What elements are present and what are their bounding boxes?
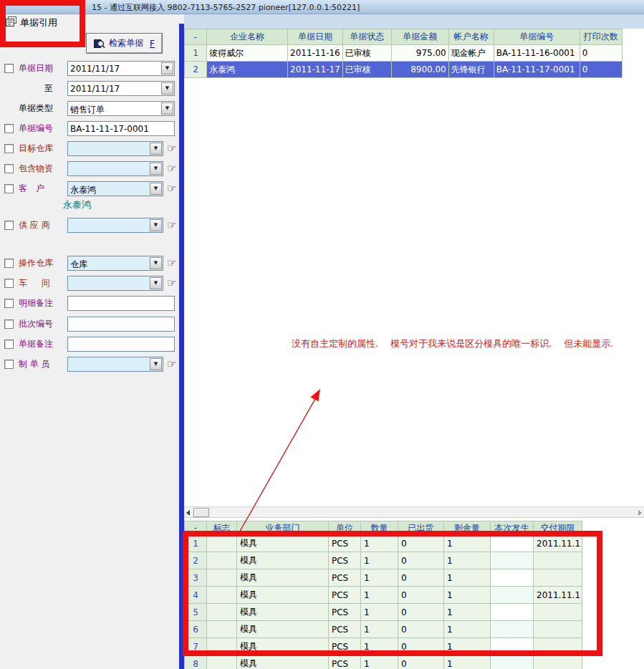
supplier-checkbox[interactable]: [4, 221, 14, 230]
orders-header-row: - 企业名称 单据日期 单据状态 单据金额 帐户名称 单据编号 打印次数: [185, 29, 623, 45]
material-checkbox[interactable]: [4, 164, 14, 173]
customer-checkbox[interactable]: [4, 184, 14, 193]
chevron-down-icon[interactable]: ▼: [150, 257, 162, 269]
chevron-down-icon[interactable]: ▼: [161, 102, 173, 115]
chevron-down-icon[interactable]: ▼: [161, 62, 173, 74]
detail-row[interactable]: 8 模具 PCS 1 0 1: [185, 655, 582, 669]
material-combo[interactable]: ▼: [67, 161, 163, 176]
workshop-checkbox[interactable]: [4, 279, 14, 288]
filter-doc-note: 单据备注: [4, 336, 175, 352]
filter-material: 包含物资 ▼ ☞: [4, 160, 176, 176]
chevron-down-icon[interactable]: ▼: [150, 358, 162, 370]
app-window: 15 - 通过互联网接入 9802-7113-5765-2527 pioneer…: [0, 0, 644, 669]
detail-note-checkbox[interactable]: [4, 299, 14, 308]
scroll-right-icon[interactable]: [638, 510, 642, 516]
browse-hand-icon[interactable]: ☞: [167, 162, 176, 175]
browse-hand-icon[interactable]: ☞: [167, 218, 176, 231]
op-warehouse-combo[interactable]: 仓库 ▼: [67, 256, 163, 271]
doc-date-checkbox[interactable]: [4, 64, 14, 73]
account-cell[interactable]: 先锋银行: [448, 62, 494, 78]
shipped-cell[interactable]: 0: [398, 655, 444, 669]
target-warehouse-checkbox[interactable]: [4, 144, 14, 153]
filter-target-warehouse: 目标仓库 ▼ ☞: [4, 140, 176, 156]
browse-hand-icon[interactable]: ☞: [167, 357, 176, 370]
filter-detail-note: 明细备注: [4, 295, 175, 311]
doc-date-to-combo[interactable]: 2011/11/17 ▼: [67, 81, 175, 96]
chevron-down-icon[interactable]: ▼: [150, 143, 162, 155]
chevron-down-icon[interactable]: ▼: [150, 219, 162, 231]
row-index-cell[interactable]: 1: [185, 45, 207, 62]
annotation-text: 没有自主定制的属性. 模号对于我来说是区分模具的唯一标识. 但未能显示.: [292, 337, 614, 350]
status-cell[interactable]: 已审核: [342, 45, 391, 62]
doc-no-value: BA-11-11-17-0001: [70, 124, 149, 134]
op-warehouse-label: 操作仓库: [19, 257, 67, 269]
doc-date-from-combo[interactable]: 2011/11/17 ▼: [67, 61, 175, 76]
clerk-checkbox[interactable]: [4, 360, 14, 369]
batch-no-checkbox[interactable]: [4, 319, 14, 329]
doc-no-input[interactable]: BA-11-11-17-0001: [67, 121, 175, 136]
chevron-down-icon[interactable]: ▼: [150, 183, 162, 195]
batch-no-label: 批次编号: [19, 318, 67, 330]
batch-no-input[interactable]: [67, 317, 175, 332]
chevron-down-icon[interactable]: ▼: [161, 82, 173, 95]
browse-hand-icon[interactable]: ☞: [167, 276, 176, 289]
qty-cell[interactable]: 1: [361, 655, 398, 669]
remaining-cell[interactable]: 1: [444, 655, 491, 669]
date-cell[interactable]: 2011-11-16: [288, 45, 343, 62]
horizontal-scrollbar[interactable]: [184, 506, 644, 518]
orders-row-selected[interactable]: 2 永泰鸿 2011-11-17 已审核 8900.00 先锋银行 BA-11-…: [185, 62, 623, 78]
browse-hand-icon[interactable]: ☞: [167, 182, 176, 195]
doc-date-label: 单据日期: [19, 62, 67, 74]
orders-row[interactable]: 1 彼得威尔 2011-11-16 已审核 975.00 现金帐户 BA-11-…: [185, 45, 623, 62]
company-cell[interactable]: 永泰鸿: [207, 62, 288, 78]
scrollbar-thumb[interactable]: [193, 508, 209, 517]
magnifier-icon: [94, 39, 105, 49]
orders-header-cell: 单据编号: [494, 29, 580, 45]
flag-cell[interactable]: [207, 655, 237, 669]
doc-note-input[interactable]: [67, 337, 175, 352]
clerk-label: 制 单 员: [19, 358, 67, 370]
workshop-combo[interactable]: ▼: [67, 276, 163, 291]
print-count-cell[interactable]: 0: [580, 62, 622, 78]
window-title-bar[interactable]: 15 - 通过互联网接入 9802-7113-5765-2527 pioneer…: [0, 0, 644, 14]
amount-cell[interactable]: 975.00: [391, 45, 448, 62]
doc-no-cell[interactable]: BA-11-11-16-0001: [494, 45, 580, 62]
workshop-label: 车 间: [19, 277, 67, 289]
chevron-down-icon[interactable]: ▼: [150, 277, 162, 289]
detail-note-input[interactable]: [67, 296, 175, 311]
clerk-combo[interactable]: ▼: [67, 357, 163, 372]
chevron-down-icon[interactable]: ▼: [150, 163, 162, 175]
filter-clerk: 制 单 员 ▼ ☞: [4, 356, 176, 372]
search-documents-button[interactable]: 检索单据 F: [86, 33, 163, 54]
row-index-cell[interactable]: 2: [185, 62, 207, 78]
doc-type-combo[interactable]: 销售订单 ▼: [67, 101, 175, 116]
detail-note-label: 明细备注: [19, 297, 67, 309]
doc-note-checkbox[interactable]: [4, 340, 14, 349]
scroll-left-icon[interactable]: [186, 510, 190, 516]
row-index-cell[interactable]: 8: [185, 655, 207, 669]
print-count-cell[interactable]: 0: [580, 45, 622, 62]
doc-type-label: 单据类型: [19, 102, 67, 115]
material-label: 包含物资: [19, 163, 67, 175]
unit-cell[interactable]: PCS: [329, 655, 361, 669]
filter-supplier: 供 应 商 ▼ ☞: [4, 217, 176, 233]
current-issue-cell[interactable]: [491, 655, 534, 669]
status-cell[interactable]: 已审核: [342, 62, 391, 78]
annotation-rectangle-bottom: [183, 531, 602, 656]
browse-hand-icon[interactable]: ☞: [167, 256, 176, 269]
due-date-cell[interactable]: [534, 655, 582, 669]
account-cell[interactable]: 现金帐户: [448, 45, 494, 62]
target-warehouse-combo[interactable]: ▼: [67, 141, 163, 156]
dept-cell[interactable]: 模具: [237, 655, 329, 669]
amount-cell[interactable]: 8900.00: [391, 62, 448, 78]
date-cell[interactable]: 2011-11-17: [288, 62, 343, 78]
company-cell[interactable]: 彼得威尔: [207, 45, 288, 62]
doc-no-cell[interactable]: BA-11-11-17-0001: [494, 62, 580, 78]
orders-header-cell: 企业名称: [207, 29, 288, 45]
doc-no-checkbox[interactable]: [4, 124, 14, 133]
orders-header-cell: 单据金额: [391, 29, 448, 45]
browse-hand-icon[interactable]: ☞: [167, 142, 176, 155]
customer-combo[interactable]: 永泰鸿 ▼: [67, 181, 163, 196]
op-warehouse-checkbox[interactable]: [4, 259, 14, 268]
supplier-combo[interactable]: ▼: [67, 218, 163, 233]
